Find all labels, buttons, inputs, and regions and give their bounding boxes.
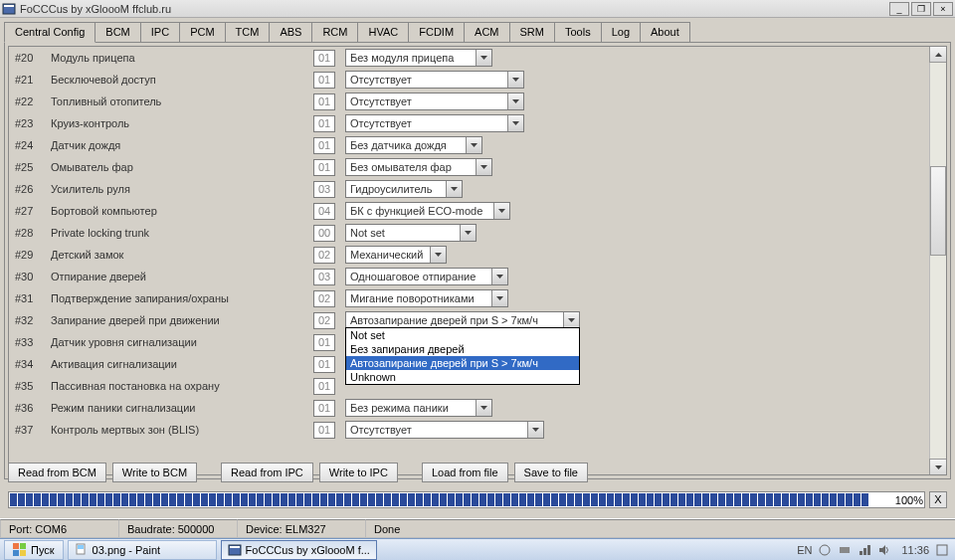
chevron-down-icon[interactable] [466, 137, 481, 153]
dropdown-option[interactable]: Без запирания дверей [346, 342, 579, 356]
value-combobox[interactable]: Без режима паники [345, 399, 492, 417]
tab-rcm[interactable]: RCM [311, 22, 358, 42]
chevron-down-icon[interactable] [430, 247, 446, 263]
chevron-down-icon[interactable] [563, 312, 579, 328]
write-ipc-button[interactable]: Write to IPC [319, 463, 398, 482]
status-state: Done [365, 519, 955, 538]
start-button[interactable]: Пуск [4, 540, 64, 560]
app-icon [2, 2, 16, 16]
chevron-down-icon[interactable] [476, 50, 491, 66]
task-focccus[interactable]: FoCCCus by xGloooM f... [221, 540, 377, 560]
code-field[interactable]: 01 [313, 334, 335, 351]
tray-icon[interactable] [838, 543, 852, 557]
tab-bcm[interactable]: BCM [95, 22, 140, 42]
dropdown-option[interactable]: Unknown [346, 370, 579, 384]
value-combobox[interactable]: Без омывателя фар [345, 158, 492, 176]
dropdown-option[interactable]: Автозапирание дверей при S > 7км/ч [346, 356, 579, 370]
chevron-down-icon[interactable] [460, 225, 476, 241]
chevron-down-icon[interactable] [507, 93, 523, 109]
value-combobox[interactable]: Без модуля прицепа [345, 49, 492, 67]
chevron-down-icon[interactable] [476, 400, 491, 416]
chevron-down-icon[interactable] [491, 290, 507, 306]
value-combobox[interactable]: БК с функцией ECO-mode [345, 202, 510, 220]
load-file-button[interactable]: Load from file [422, 463, 508, 482]
code-field[interactable]: 01 [313, 400, 335, 417]
scroll-up-button[interactable] [929, 46, 947, 63]
value-combobox[interactable]: Отсутствует [345, 71, 524, 89]
tab-acm[interactable]: ACM [464, 22, 509, 42]
value-combobox[interactable]: Механический [345, 246, 447, 264]
code-field[interactable]: 01 [313, 356, 335, 373]
value-combobox[interactable]: Гидроусилитель [345, 180, 463, 198]
chevron-down-icon[interactable] [476, 159, 491, 175]
tray-icon[interactable] [818, 543, 832, 557]
task-paint[interactable]: 03.png - Paint [68, 540, 217, 560]
clock[interactable]: 11:36 [901, 544, 929, 556]
tab-hvac[interactable]: HVAC [357, 22, 409, 42]
chevron-down-icon[interactable] [507, 115, 523, 131]
scroll-thumb[interactable] [930, 166, 946, 256]
vertical-scrollbar[interactable] [929, 47, 946, 474]
cancel-progress-button[interactable]: X [929, 491, 947, 508]
volume-icon[interactable] [877, 543, 891, 557]
value-combobox[interactable]: Без датчика дождя [345, 136, 482, 154]
read-bcm-button[interactable]: Read from BCM [8, 463, 106, 482]
code-field[interactable]: 01 [313, 422, 335, 439]
row-id: #30 [15, 271, 51, 282]
code-field[interactable]: 02 [313, 312, 335, 329]
tab-abs[interactable]: ABS [269, 22, 312, 42]
config-row: #28Private locking trunk00Not set [9, 222, 928, 244]
read-ipc-button[interactable]: Read from IPC [221, 463, 313, 482]
chevron-down-icon[interactable] [493, 203, 509, 219]
combo-text: Без омывателя фар [346, 161, 476, 173]
tab-tcm[interactable]: TCM [225, 22, 271, 42]
chevron-down-icon[interactable] [446, 181, 462, 197]
row-id: #22 [15, 95, 51, 107]
code-field[interactable]: 00 [313, 225, 335, 242]
tab-ipc[interactable]: IPC [140, 22, 180, 42]
svg-rect-21 [13, 550, 19, 556]
dropdown-option[interactable]: Not set [346, 328, 579, 342]
tab-fcdim[interactable]: FCDIM [408, 22, 465, 42]
write-bcm-button[interactable]: Write to BCM [112, 463, 197, 482]
chevron-down-icon[interactable] [527, 422, 543, 438]
combo-text: Механический [346, 249, 430, 261]
tab-tools[interactable]: Tools [554, 22, 602, 42]
code-field[interactable]: 01 [313, 72, 335, 89]
tab-log[interactable]: Log [601, 22, 641, 42]
value-combobox[interactable]: Отсутствует [345, 114, 524, 132]
code-field[interactable]: 01 [313, 115, 335, 132]
tab-about[interactable]: About [640, 22, 690, 42]
tab-pcm[interactable]: PCM [179, 22, 225, 42]
code-field[interactable]: 01 [313, 93, 335, 110]
code-field[interactable]: 01 [313, 159, 335, 176]
chevron-down-icon[interactable] [491, 269, 507, 284]
code-field[interactable]: 01 [313, 378, 335, 395]
code-field[interactable]: 04 [313, 203, 335, 220]
svg-rect-29 [860, 551, 862, 555]
tab-srm[interactable]: SRM [509, 22, 555, 42]
code-field[interactable]: 01 [313, 137, 335, 154]
value-combobox[interactable]: Отсутствует [345, 421, 544, 439]
close-button[interactable]: × [933, 2, 953, 16]
code-field[interactable]: 03 [313, 181, 335, 198]
code-field[interactable]: 03 [313, 269, 335, 285]
value-combobox[interactable]: Мигание поворотниками [345, 289, 508, 307]
code-field[interactable]: 02 [313, 290, 335, 307]
save-file-button[interactable]: Save to file [514, 463, 588, 482]
show-desktop-icon[interactable] [935, 543, 949, 557]
chevron-down-icon[interactable] [507, 72, 523, 88]
code-field[interactable]: 01 [313, 50, 335, 67]
paint-icon [75, 543, 89, 557]
svg-rect-33 [937, 545, 947, 555]
value-combobox[interactable]: Отсутствует [345, 93, 524, 110]
value-combobox[interactable]: Одношаговое отпирание [345, 268, 508, 285]
tab-central-config[interactable]: Central Config [4, 22, 96, 43]
minimize-button[interactable]: _ [889, 2, 909, 16]
code-field[interactable]: 02 [313, 247, 335, 264]
value-combobox[interactable]: Not set [345, 224, 477, 242]
dropdown-list[interactable]: Not setБез запирания дверейАвтозапирание… [345, 327, 580, 385]
language-indicator[interactable]: EN [797, 544, 812, 556]
network-icon[interactable] [858, 543, 871, 557]
restore-button[interactable]: ❐ [911, 2, 931, 16]
